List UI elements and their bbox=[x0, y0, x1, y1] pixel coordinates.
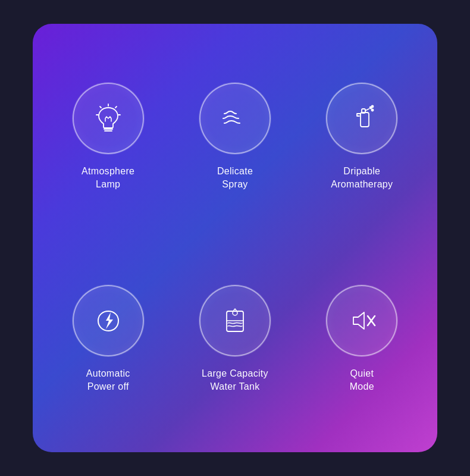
feature-delicate-spray[interactable]: DelicateSpray bbox=[183, 48, 286, 226]
feature-large-capacity-water-tank[interactable]: Large CapacityWater Tank bbox=[183, 250, 286, 428]
mute-icon bbox=[345, 304, 378, 337]
quiet-mode-icon-circle bbox=[326, 285, 397, 356]
svg-point-12 bbox=[372, 105, 374, 107]
feature-automatic-power-off[interactable]: AutomaticPower off bbox=[57, 250, 159, 428]
large-capacity-water-tank-icon-circle bbox=[199, 285, 271, 356]
svg-line-4 bbox=[115, 107, 117, 108]
feature-dripable-aromatherapy[interactable]: DripableAromatherapy bbox=[311, 48, 413, 226]
quiet-mode-label: QuietMode bbox=[350, 367, 374, 394]
delicate-spray-icon-circle bbox=[199, 83, 271, 154]
watertank-icon bbox=[218, 304, 252, 337]
svg-line-9 bbox=[365, 109, 369, 111]
delicate-spray-label: DelicateSpray bbox=[217, 165, 253, 192]
large-capacity-water-tank-label: Large CapacityWater Tank bbox=[202, 367, 268, 394]
feature-quiet-mode[interactable]: QuietMode bbox=[311, 250, 413, 428]
poweroff-icon bbox=[92, 304, 125, 337]
svg-rect-7 bbox=[361, 112, 369, 127]
svg-line-3 bbox=[100, 107, 101, 108]
atmosphere-lamp-label: AtmosphereLamp bbox=[82, 165, 134, 192]
aromatherapy-icon bbox=[345, 102, 378, 135]
dripable-aromatherapy-label: DripableAromatherapy bbox=[331, 165, 393, 192]
svg-rect-13 bbox=[227, 311, 243, 331]
feature-grid: AtmosphereLamp DelicateSpray bbox=[57, 48, 413, 428]
svg-point-11 bbox=[372, 109, 374, 111]
automatic-power-off-icon-circle bbox=[73, 285, 144, 356]
bulb-icon bbox=[92, 102, 125, 135]
feature-atmosphere-lamp[interactable]: AtmosphereLamp bbox=[57, 48, 159, 226]
spray-icon bbox=[218, 102, 252, 135]
atmosphere-lamp-icon-circle bbox=[73, 83, 144, 154]
automatic-power-off-label: AutomaticPower off bbox=[86, 367, 130, 394]
dripable-aromatherapy-icon-circle bbox=[326, 83, 397, 154]
feature-card: AtmosphereLamp DelicateSpray bbox=[33, 24, 437, 452]
